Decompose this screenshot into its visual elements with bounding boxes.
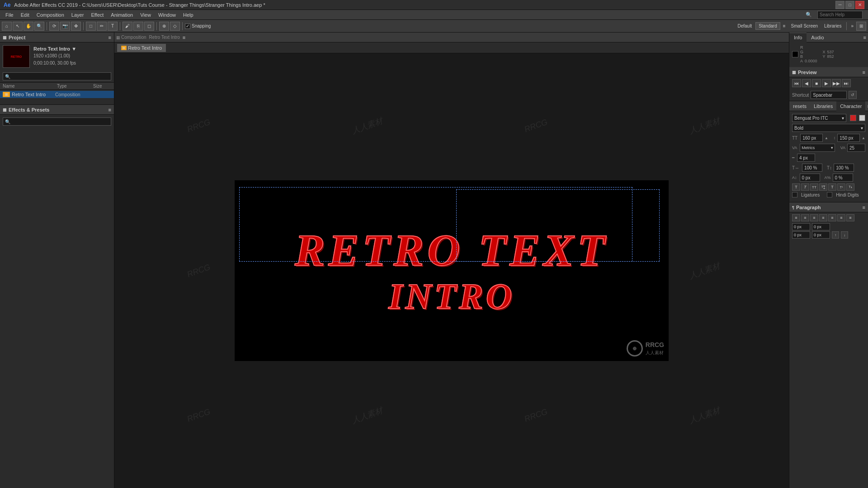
prev-prev-btn[interactable]: ◀ (802, 79, 811, 87)
tsume-input[interactable]: 0 % (833, 174, 853, 182)
ligatures-checkbox[interactable] (792, 192, 797, 197)
workspace-small-screen[interactable]: Small Screen (788, 23, 821, 29)
style-btn-4[interactable]: TT̲ (819, 183, 827, 191)
style-subscript-btn[interactable]: T₁ (846, 183, 854, 191)
viewer-tab-retro[interactable]: ▦ Retro Text Intro (117, 44, 166, 52)
rect-tool[interactable]: □ (86, 22, 96, 31)
preview-menu-icon[interactable]: ≡ (863, 70, 865, 75)
rotation-tool[interactable]: ⟳ (49, 22, 59, 31)
tab-libraries[interactable]: Libraries (810, 101, 836, 111)
menu-window[interactable]: Window (155, 11, 179, 19)
h-scale-input[interactable]: 100 % (802, 164, 822, 172)
project-search-area[interactable] (0, 70, 114, 82)
font-name-dropdown[interactable]: Benguat Pro ITC ▾ (792, 114, 846, 122)
v-scale-input[interactable]: 100 % (834, 164, 854, 172)
snapping-checkbox[interactable]: ✓ Snapping (185, 23, 211, 29)
select-tool[interactable]: ↖ (13, 22, 23, 31)
line-height-stepper-up[interactable]: ▲ (862, 136, 865, 140)
stroke-width-input[interactable]: 4 px (797, 154, 815, 162)
style-italic-btn[interactable]: T (801, 183, 809, 191)
paragraph-menu-icon[interactable]: ≡ (863, 205, 865, 210)
menu-help[interactable]: Help (179, 11, 197, 19)
align-left-btn[interactable]: ≡ (792, 214, 800, 221)
font-size-input[interactable]: 160 px (800, 134, 823, 142)
indent-after-input[interactable]: 0 px (812, 223, 830, 230)
close-btn[interactable]: ✕ (855, 1, 864, 9)
workspace-libraries[interactable]: Libraries (821, 23, 844, 29)
shortcut-reset-btn[interactable]: ↺ (849, 91, 857, 99)
project-search-input[interactable] (3, 72, 111, 80)
prev-stop-btn[interactable]: ■ (812, 79, 821, 87)
project-item-retro[interactable]: ▦ Retro Text Intro Composition (0, 91, 114, 98)
search-help-area[interactable]: 🔍 (802, 11, 863, 19)
font-size-stepper-up[interactable]: ▲ (825, 136, 828, 140)
menu-animation[interactable]: Animation (107, 11, 137, 19)
tab-audio[interactable]: Audio (807, 33, 828, 42)
baseline-input[interactable]: 0 px (800, 174, 820, 182)
space-before-input[interactable]: 0 px (792, 231, 810, 239)
home-btn[interactable]: ⌂ (2, 22, 12, 31)
font-stroke-swatch[interactable] (859, 115, 865, 121)
clone-tool[interactable]: ⎘ (133, 22, 143, 31)
menu-file[interactable]: File (2, 11, 17, 19)
info-panel-menu[interactable]: ≡ (862, 35, 868, 40)
font-style-dropdown[interactable]: Bold ▾ (792, 124, 865, 132)
kern-dropdown[interactable]: Metrics ▾ (800, 144, 835, 152)
style-superscript-btn[interactable]: T¹ (837, 183, 845, 191)
pen-tool[interactable]: ✏ (97, 22, 107, 31)
puppet-tool[interactable]: ⊕ (159, 22, 169, 31)
comp-tab-menu[interactable]: ≡ (183, 35, 185, 40)
toolbar-overflow[interactable]: » (849, 23, 855, 28)
align-right-btn[interactable]: ≡ (810, 214, 818, 221)
maximize-btn[interactable]: □ (845, 1, 854, 9)
style-btn-5[interactable]: T (828, 183, 836, 191)
char-panel-menu[interactable]: ≡ (865, 103, 868, 109)
prev-next-btn[interactable]: ▶▶ (832, 79, 841, 87)
rtl-btn[interactable]: ↓ (841, 231, 848, 239)
prev-play-btn[interactable]: ▶ (822, 79, 831, 87)
brush-tool[interactable]: 🖌 (123, 22, 132, 31)
align-justify-all-btn[interactable]: ≡ (828, 214, 836, 221)
tracking-input[interactable]: 25 (847, 144, 865, 152)
prev-first-btn[interactable]: ⏮ (792, 79, 801, 87)
menu-layer[interactable]: Layer (68, 11, 88, 19)
line-height-input[interactable]: 150 px (837, 134, 860, 142)
menu-edit[interactable]: Edit (17, 11, 33, 19)
search-help-input[interactable] (817, 11, 863, 19)
minimize-btn[interactable]: ─ (835, 1, 844, 9)
tab-presets[interactable]: resets (789, 101, 810, 111)
style-regular-btn[interactable]: T (792, 183, 800, 191)
prev-last-btn[interactable]: ⏭ (842, 79, 851, 87)
shape-tool[interactable]: ◇ (170, 22, 180, 31)
workspace-menu-icon[interactable]: ≡ (781, 23, 788, 29)
effects-menu-icon[interactable]: ≡ (108, 107, 111, 113)
roman-indent-btn[interactable]: ↑ (832, 231, 839, 239)
hand-tool[interactable]: ✋ (24, 22, 33, 31)
workspace-standard[interactable]: Standard (755, 22, 780, 30)
pan-tool[interactable]: ✥ (71, 22, 81, 31)
font-color-swatch[interactable] (850, 115, 856, 121)
style-btn-3[interactable]: TT (810, 183, 818, 191)
align-last-btn[interactable]: ≡ (846, 214, 854, 221)
comp-tab-bar: ▦ Composition Retro Text Intro ≡ (114, 33, 789, 42)
project-panel-menu-icon[interactable]: ≡ (108, 35, 111, 40)
zoom-tool[interactable]: 🔍 (34, 22, 44, 31)
menu-effect[interactable]: Effect (87, 11, 107, 19)
camera-tool[interactable]: 📷 (60, 22, 70, 31)
tab-character[interactable]: Character (836, 101, 865, 111)
shortcut-input[interactable]: Spacebar (811, 91, 847, 99)
toolbar-panels-btn[interactable]: ⊞ (856, 22, 866, 31)
type-tool[interactable]: T (108, 22, 118, 31)
effects-search-input[interactable] (3, 117, 111, 126)
workspace-default[interactable]: Default (735, 23, 755, 29)
indent-before-input[interactable]: 0 px (792, 223, 810, 230)
eraser-tool[interactable]: ◻ (144, 22, 154, 31)
menu-view[interactable]: View (137, 11, 155, 19)
hindi-digits-checkbox[interactable] (827, 192, 832, 197)
space-after-input[interactable]: 0 px (812, 231, 830, 239)
align-force-justify-btn[interactable]: ≡ (837, 214, 845, 221)
align-justify-btn[interactable]: ≡ (819, 214, 827, 221)
menu-composition[interactable]: Composition (33, 11, 68, 19)
tab-info[interactable]: Info (789, 33, 807, 42)
align-center-btn[interactable]: ≡ (801, 214, 809, 221)
